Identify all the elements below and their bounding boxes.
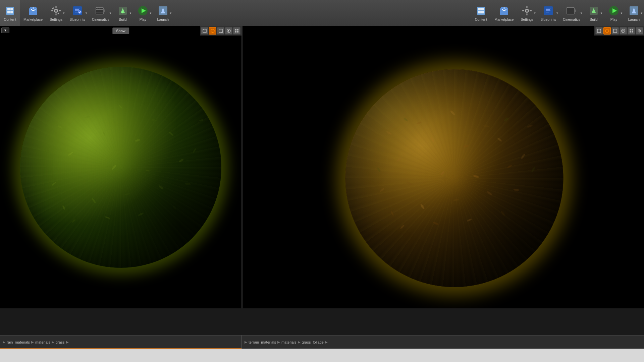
content2-icon — [475, 5, 487, 17]
svg-point-72 — [58, 125, 63, 129]
toolbar-btn-cinematics2[interactable]: Cinematics ▼ — [559, 0, 584, 26]
play-dropdown-icon: ▼ — [149, 11, 152, 14]
toolbar-btn-build2[interactable]: Build ▼ — [584, 0, 604, 26]
svg-rect-38 — [478, 11, 481, 13]
svg-rect-69 — [237, 29, 238, 31]
vp2-lit-icon[interactable] — [603, 27, 611, 35]
toolbar-btn-cinematics[interactable]: Cinematics ▼ — [89, 0, 113, 26]
sphere-right-glow — [345, 69, 563, 287]
breadcrumb-left-item-1[interactable]: rain_materials — [7, 340, 30, 344]
toolbar-btn-content2[interactable]: Content — [471, 0, 491, 26]
svg-rect-0 — [6, 7, 14, 15]
svg-rect-10 — [51, 10, 53, 11]
breadcrumb-left-arrow-1: ▶ — [31, 340, 34, 344]
svg-point-123 — [420, 203, 425, 209]
toolbar-btn-content[interactable]: Content — [0, 0, 20, 26]
svg-rect-1 — [7, 8, 10, 10]
toolbar-btn-blueprints2[interactable]: Blueprints ▼ — [537, 0, 559, 26]
svg-rect-70 — [235, 31, 236, 33]
breadcrumb-right-item-3[interactable]: grass_foliage — [302, 340, 324, 344]
svg-rect-104 — [630, 29, 631, 31]
build-dropdown-icon: ▼ — [129, 11, 132, 14]
vp-realtime-icon[interactable] — [225, 27, 232, 35]
svg-point-120 — [440, 171, 445, 176]
toolbar-btn-blueprints[interactable]: Blueprints ▼ — [66, 0, 89, 26]
play2-icon — [608, 5, 620, 17]
vp2-grid-icon[interactable] — [628, 27, 635, 35]
svg-point-40 — [503, 7, 505, 9]
breadcrumb-right-item-2[interactable]: materials — [281, 340, 297, 344]
vp2-perspective-icon[interactable] — [595, 27, 603, 35]
settings-dropdown-icon: ▼ — [62, 11, 65, 14]
breadcrumb-bar-left: ▶ rain_materials ▶ materials ▶ grass ▶ — [0, 335, 241, 349]
svg-rect-105 — [632, 29, 633, 31]
blueprints2-icon — [542, 5, 554, 17]
build-icon — [117, 5, 129, 17]
svg-point-130 — [379, 187, 384, 192]
toolbar-btn-play2[interactable]: Play ▼ — [604, 0, 624, 26]
marketplace-label: Marketplace — [23, 17, 43, 21]
breadcrumb-left-item-2[interactable]: materials — [35, 340, 50, 344]
svg-rect-68 — [235, 29, 236, 31]
viewport-left-view-label[interactable]: ▼ — [1, 27, 9, 33]
toolbar-btn-launch2[interactable]: Launch ▼ — [624, 0, 644, 26]
svg-point-88 — [105, 216, 110, 219]
svg-marker-22 — [103, 9, 105, 13]
svg-rect-52 — [567, 7, 574, 14]
svg-point-94 — [193, 148, 197, 153]
viewport-left-top-controls: ▼ — [1, 27, 9, 33]
vp2-maximize-icon[interactable] — [611, 27, 619, 35]
build2-label: Build — [590, 17, 597, 21]
breadcrumb-right-prefix-arrow: ▶ — [245, 340, 247, 344]
toolbar-btn-marketplace2[interactable]: Marketplace — [491, 0, 517, 26]
svg-point-90 — [172, 205, 177, 210]
svg-rect-35 — [477, 7, 485, 15]
vp-perspective-icon[interactable] — [201, 27, 208, 35]
launch-dropdown-icon: ▼ — [169, 11, 172, 14]
sphere-left-glow — [20, 67, 221, 268]
settings2-label: Settings — [521, 17, 533, 21]
toolbar-btn-marketplace[interactable]: Marketplace — [20, 0, 46, 26]
breadcrumb-right-item-1[interactable]: terrain_materials — [249, 340, 276, 344]
cinematics-label: Cinematics — [92, 17, 109, 21]
svg-point-91 — [51, 182, 56, 186]
blueprints2-dropdown-icon: ▼ — [556, 11, 558, 14]
toolbar-btn-settings2[interactable]: Settings ▼ — [517, 0, 537, 26]
svg-rect-106 — [630, 31, 631, 33]
toolbar-btn-build[interactable]: Build ▼ — [113, 0, 133, 26]
build2-dropdown-icon: ▼ — [600, 11, 603, 14]
vp2-extra-icon[interactable] — [636, 27, 643, 35]
show-button[interactable]: Show — [112, 27, 129, 34]
svg-rect-3 — [7, 11, 10, 13]
svg-rect-44 — [527, 13, 528, 15]
viewport-right-controls — [594, 26, 644, 36]
play-icon — [137, 5, 149, 17]
viewport-left: ▼ Show — [0, 26, 241, 308]
svg-point-5 — [33, 7, 34, 9]
toolbar-btn-play[interactable]: Play ▼ — [133, 0, 153, 26]
launch-label: Launch — [157, 17, 169, 21]
svg-point-124 — [453, 199, 459, 201]
svg-point-87 — [71, 219, 76, 223]
viewport-right — [243, 26, 644, 308]
svg-rect-12 — [52, 7, 54, 9]
vp-grid-icon[interactable] — [233, 27, 240, 35]
svg-point-81 — [111, 164, 117, 170]
vp-maximize-icon[interactable] — [217, 27, 224, 35]
svg-rect-66 — [219, 29, 222, 33]
svg-point-42 — [526, 10, 528, 12]
vp-lit-icon[interactable] — [209, 27, 216, 35]
toolbar-btn-launch[interactable]: Launch ▼ — [153, 0, 173, 26]
svg-rect-46 — [530, 10, 532, 11]
svg-point-89 — [138, 212, 144, 216]
content2-label: Content — [475, 17, 487, 21]
svg-rect-8 — [56, 6, 57, 8]
svg-point-138 — [377, 167, 381, 172]
cinematics-icon — [95, 5, 107, 17]
main-toolbar: Content Marketplace — [0, 0, 644, 26]
svg-point-92 — [185, 183, 191, 185]
breadcrumb-right-arrow-3: ▶ — [325, 340, 328, 344]
breadcrumb-left-item-3[interactable]: grass — [56, 340, 65, 344]
vp2-realtime-icon[interactable] — [620, 27, 627, 35]
toolbar-btn-settings[interactable]: Settings ▼ — [46, 0, 66, 26]
